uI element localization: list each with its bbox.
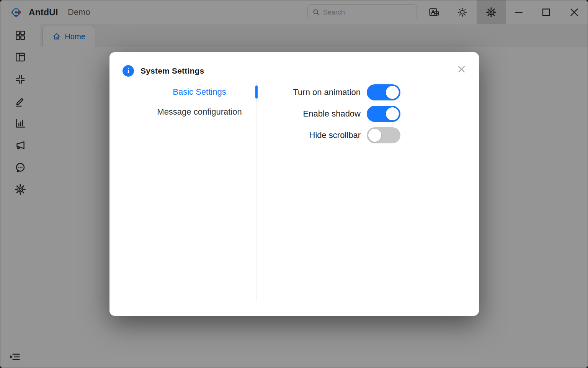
setting-label: Hide scrollbar xyxy=(309,130,361,140)
toggle-knob xyxy=(386,107,399,120)
menu-divider xyxy=(256,82,257,301)
dialog-title: System Settings xyxy=(140,66,204,76)
toggle-enable-shadow[interactable] xyxy=(367,106,400,122)
app-window: AntdUI Demo xyxy=(0,0,588,368)
settings-menu: Basic Settings Message configuration xyxy=(109,82,256,316)
close-icon xyxy=(457,65,466,74)
setting-label: Turn on animation xyxy=(293,87,361,97)
menu-item-basic-settings[interactable]: Basic Settings xyxy=(150,82,249,102)
active-menu-indicator xyxy=(255,85,258,99)
menu-item-message-configuration[interactable]: Message configuration xyxy=(150,102,249,122)
dialog-body: Basic Settings Message configuration Tur… xyxy=(109,82,479,316)
toggle-knob xyxy=(386,86,399,99)
toggle-knob xyxy=(368,129,381,142)
toggle-hide-scrollbar[interactable] xyxy=(367,127,400,143)
setting-row-shadow: Enable shadow xyxy=(256,103,479,125)
toggle-turn-on-animation[interactable] xyxy=(367,84,400,100)
system-settings-dialog: i System Settings Basic Settings Message… xyxy=(109,52,479,316)
dialog-close-button[interactable] xyxy=(456,64,467,74)
settings-panel: Turn on animation Enable shadow Hide scr… xyxy=(256,82,479,316)
info-icon: i xyxy=(122,65,134,77)
dialog-header: i System Settings xyxy=(109,52,479,82)
setting-label: Enable shadow xyxy=(303,109,361,119)
setting-row-scrollbar: Hide scrollbar xyxy=(256,125,479,146)
setting-row-animation: Turn on animation xyxy=(256,82,479,103)
